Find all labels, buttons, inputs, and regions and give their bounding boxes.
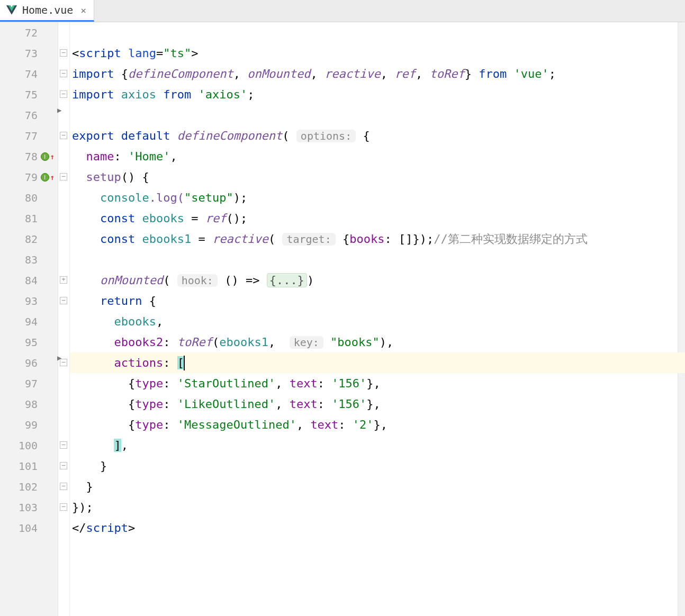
- fold-toggle[interactable]: –: [60, 359, 67, 366]
- line-number: 73: [25, 47, 38, 60]
- line-number: 103: [19, 501, 38, 514]
- tab-bar: Home.vue ×: [0, 0, 685, 22]
- fold-toggle[interactable]: –: [60, 441, 67, 449]
- code-line[interactable]: import axios from 'axios';: [70, 84, 685, 105]
- line-number: 78: [25, 150, 38, 163]
- line-number: 77: [25, 130, 38, 142]
- caret: [184, 356, 185, 370]
- code-line[interactable]: ebooks,: [70, 311, 685, 332]
- folded-region[interactable]: {...}: [267, 273, 307, 287]
- fold-toggle[interactable]: –: [60, 173, 67, 180]
- line-number: 79: [25, 171, 38, 184]
- code-editor[interactable]: 72 73 74 75 76 77 78↑ 79↑ 80 81 82 83 84…: [0, 22, 685, 616]
- code-line[interactable]: });: [70, 497, 685, 518]
- code-line[interactable]: export default defineComponent( options:…: [70, 125, 685, 146]
- code-line[interactable]: ebooks2: toRef(ebooks1, key: "books"),: [70, 332, 685, 352]
- fold-toggle[interactable]: –: [60, 90, 67, 98]
- code-line[interactable]: }: [70, 456, 685, 476]
- line-number: 95: [25, 336, 38, 349]
- gutter: 72 73 74 75 76 77 78↑ 79↑ 80 81 82 83 84…: [0, 22, 58, 616]
- fold-toggle[interactable]: –: [60, 132, 67, 139]
- bookmark-arrow-icon: ▶: [57, 106, 61, 114]
- code-line[interactable]: <script lang="ts">: [70, 43, 685, 64]
- code-line[interactable]: [70, 249, 685, 270]
- line-number: 104: [19, 522, 38, 535]
- code-line[interactable]: onMounted( hook: () => {...}): [70, 270, 685, 291]
- line-number: 72: [25, 26, 38, 39]
- code-line[interactable]: name: 'Home',: [70, 146, 685, 167]
- code-line[interactable]: {type: 'MessageOutlined', text: '2'},: [70, 414, 685, 435]
- code-line[interactable]: [70, 22, 685, 43]
- fold-toggle[interactable]: +: [60, 276, 67, 284]
- code-area[interactable]: <script lang="ts"> import {defineCompone…: [70, 22, 685, 616]
- code-line[interactable]: import {defineComponent, onMounted, reac…: [70, 64, 685, 84]
- fold-toggle[interactable]: –: [60, 483, 67, 490]
- inlay-hint: key:: [290, 336, 323, 349]
- fold-toggle[interactable]: –: [60, 462, 67, 469]
- line-number: 100: [19, 439, 38, 452]
- line-number: 101: [19, 460, 38, 473]
- gutter-marker[interactable]: ↑: [41, 152, 55, 161]
- line-number: 97: [25, 377, 38, 390]
- fold-toggle[interactable]: –: [60, 49, 67, 57]
- code-line-current[interactable]: actions: [: [70, 352, 685, 373]
- close-icon[interactable]: ×: [80, 5, 86, 16]
- line-number: 80: [25, 192, 38, 204]
- code-line[interactable]: }: [70, 476, 685, 497]
- code-line[interactable]: setup() {: [70, 167, 685, 187]
- inlay-hint: target:: [282, 233, 335, 246]
- line-number: 75: [25, 88, 38, 101]
- inlay-hint: hook:: [177, 274, 218, 287]
- fold-column: – – – ▶ – – + – ▶ – – – – –: [58, 22, 70, 616]
- code-line[interactable]: {type: 'LikeOutlined', text: '156'},: [70, 394, 685, 414]
- fold-toggle[interactable]: –: [60, 503, 67, 511]
- code-line[interactable]: ],: [70, 435, 685, 456]
- tab-home-vue[interactable]: Home.vue ×: [0, 0, 94, 22]
- code-line[interactable]: const ebooks = ref();: [70, 208, 685, 229]
- line-number: 93: [25, 295, 38, 307]
- code-line[interactable]: console.log("setup");: [70, 187, 685, 208]
- line-number: 81: [25, 212, 38, 225]
- line-number: 83: [25, 253, 38, 266]
- code-line[interactable]: </script>: [70, 518, 685, 538]
- code-line[interactable]: {type: 'StarOutlined', text: '156'},: [70, 373, 685, 394]
- line-number: 74: [25, 68, 38, 80]
- code-line[interactable]: [70, 105, 685, 125]
- tab-filename: Home.vue: [22, 4, 73, 16]
- line-number: 98: [25, 398, 38, 411]
- line-number: 84: [25, 274, 38, 287]
- inlay-hint: options:: [296, 130, 356, 142]
- line-number: 76: [25, 109, 38, 122]
- line-number: 99: [25, 419, 38, 431]
- line-number: 94: [25, 315, 38, 328]
- line-number: 102: [19, 481, 38, 493]
- line-number: 82: [25, 233, 38, 246]
- fold-toggle[interactable]: –: [60, 70, 67, 77]
- line-number: 96: [25, 357, 38, 369]
- gutter-marker[interactable]: ↑: [41, 173, 55, 182]
- code-line[interactable]: const ebooks1 = reactive( target: {books…: [70, 229, 685, 249]
- vue-icon: [6, 5, 17, 15]
- code-line[interactable]: return {: [70, 291, 685, 311]
- fold-toggle[interactable]: –: [60, 297, 67, 304]
